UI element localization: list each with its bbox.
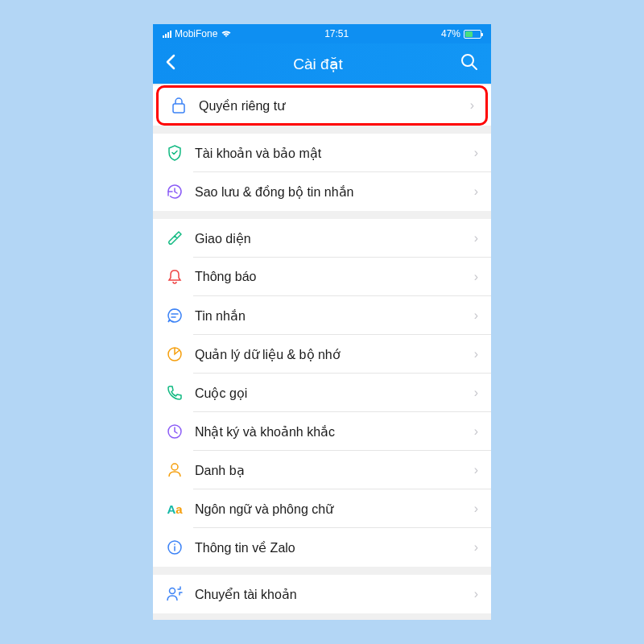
chevron-right-icon: › [474, 502, 478, 516]
battery-icon [464, 30, 481, 39]
row-data-storage[interactable]: Quản lý dữ liệu & bộ nhớ › [153, 335, 491, 374]
bell-icon [166, 268, 184, 286]
chevron-right-icon: › [474, 540, 478, 555]
row-notifications[interactable]: Thông báo › [153, 258, 491, 296]
chevron-right-icon: › [474, 184, 478, 199]
chevron-right-icon: › [474, 347, 478, 361]
switch-account-icon [166, 585, 184, 603]
time-label: 17:51 [324, 28, 349, 39]
row-label: Ngôn ngữ và phông chữ [195, 502, 474, 517]
row-about[interactable]: Thông tin về Zalo › [153, 528, 491, 567]
row-privacy[interactable]: Quyền riêng tư › [156, 85, 488, 126]
row-label: Cuộc gọi [195, 386, 474, 401]
row-calls[interactable]: Cuộc gọi › [153, 374, 491, 412]
search-icon [460, 53, 478, 71]
pie-chart-icon [166, 345, 184, 363]
page-title: Cài đặt [175, 55, 460, 73]
phone-screen: MobiFone 17:51 47% Cài đặt [153, 24, 491, 620]
status-right: 47% [441, 28, 481, 39]
chevron-right-icon: › [474, 308, 478, 323]
wifi-icon [221, 30, 232, 38]
clock-icon [166, 423, 184, 440]
carrier-label: MobiFone [175, 28, 217, 39]
search-button[interactable] [460, 53, 478, 74]
svg-point-6 [170, 588, 175, 594]
section: Giao diện › Thông báo › [153, 219, 491, 567]
row-messages[interactable]: Tin nhắn › [153, 296, 491, 335]
row-contacts[interactable]: Danh bạ › [153, 451, 491, 489]
row-language-font[interactable]: Aa Ngôn ngữ và phông chữ › [153, 489, 491, 528]
row-switch-account[interactable]: Chuyển tài khoản › [153, 575, 491, 613]
nav-bar: Cài đặt [153, 43, 491, 84]
battery-label: 47% [441, 28, 460, 39]
row-label: Danh bạ [195, 463, 474, 478]
row-diary-moments[interactable]: Nhật ký và khoảnh khắc › [153, 412, 491, 451]
message-icon [166, 307, 184, 324]
row-label: Quyền riêng tư [199, 98, 470, 114]
row-label: Sao lưu & đồng bộ tin nhắn [195, 184, 474, 200]
chevron-right-icon: › [474, 231, 478, 246]
row-label: Chuyển tài khoản [195, 587, 474, 602]
chevron-right-icon: › [474, 463, 478, 477]
row-label: Nhật ký và khoảnh khắc [195, 424, 474, 440]
section: Tài khoản và bảo mật › Sao lưu & đồng bộ… [153, 134, 491, 211]
svg-rect-1 [173, 104, 184, 113]
chevron-right-icon: › [474, 146, 478, 160]
chevron-right-icon: › [474, 386, 478, 400]
row-label: Thông báo [195, 270, 474, 284]
chevron-right-icon: › [474, 587, 478, 601]
svg-point-4 [171, 464, 178, 470]
history-icon [166, 183, 184, 200]
settings-list: Quyền riêng tư › Tài khoản và bảo mật › [153, 85, 491, 613]
info-icon [166, 539, 184, 556]
phone-icon [166, 384, 184, 402]
row-label: Tài khoản và bảo mật [195, 146, 474, 161]
chevron-right-icon: › [474, 270, 478, 284]
row-label: Tin nhắn [195, 308, 474, 324]
section: Quyền riêng tư › [153, 85, 491, 126]
row-account-security[interactable]: Tài khoản và bảo mật › [153, 134, 491, 172]
row-interface[interactable]: Giao diện › [153, 219, 491, 258]
brush-icon [166, 229, 184, 247]
person-icon [166, 461, 184, 479]
back-button[interactable] [166, 52, 175, 75]
lock-icon [170, 97, 188, 114]
shield-icon [166, 144, 184, 162]
status-bar: MobiFone 17:51 47% [153, 24, 491, 43]
chevron-right-icon: › [474, 424, 478, 439]
font-icon: Aa [166, 500, 184, 518]
section: Chuyển tài khoản › [153, 575, 491, 613]
row-label: Quản lý dữ liệu & bộ nhớ [195, 347, 474, 362]
signal-icon [163, 30, 171, 38]
row-label: Giao diện [195, 231, 474, 246]
row-label: Thông tin về Zalo [195, 540, 474, 555]
row-backup-sync[interactable]: Sao lưu & đồng bộ tin nhắn › [153, 172, 491, 211]
chevron-right-icon: › [470, 98, 474, 113]
status-left: MobiFone [163, 28, 232, 39]
